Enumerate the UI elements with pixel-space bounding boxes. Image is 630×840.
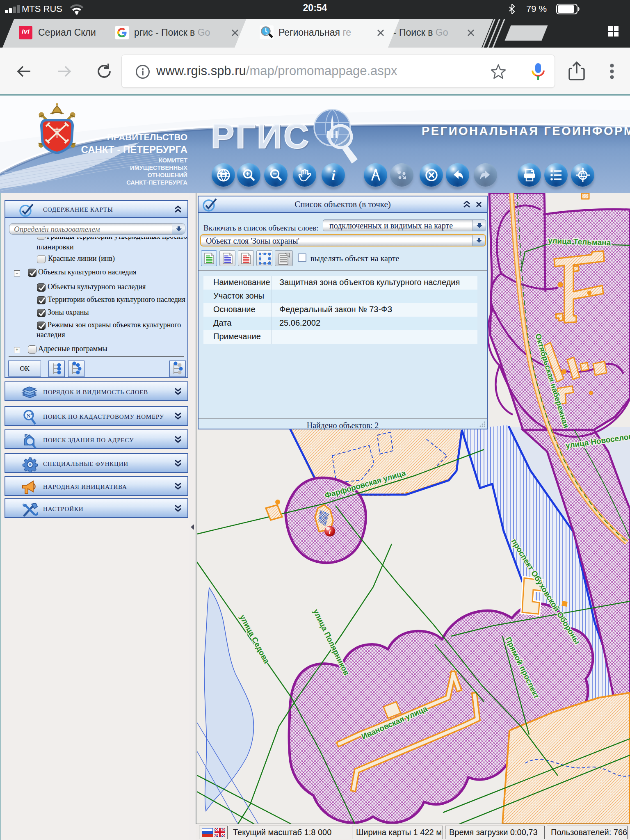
svg-text:РЕГИОНАЛЬНАЯ ГЕОИНФОРМ: РЕГИОНАЛЬНАЯ ГЕОИНФОРМ <box>422 124 630 137</box>
svg-text:САНКТ - ПЕТЕРБУРГА: САНКТ - ПЕТЕРБУРГА <box>81 144 187 155</box>
svg-text:N: N <box>27 413 31 419</box>
svg-text:i: i <box>331 168 336 183</box>
svg-text:ПРАВИТЕЛЬСТВО: ПРАВИТЕЛЬСТВО <box>107 132 187 142</box>
svg-text:КОМИТЕТ: КОМИТЕТ <box>159 157 187 164</box>
svg-text:РГИС: РГИС <box>211 116 310 155</box>
svg-text:o: o <box>31 411 33 415</box>
